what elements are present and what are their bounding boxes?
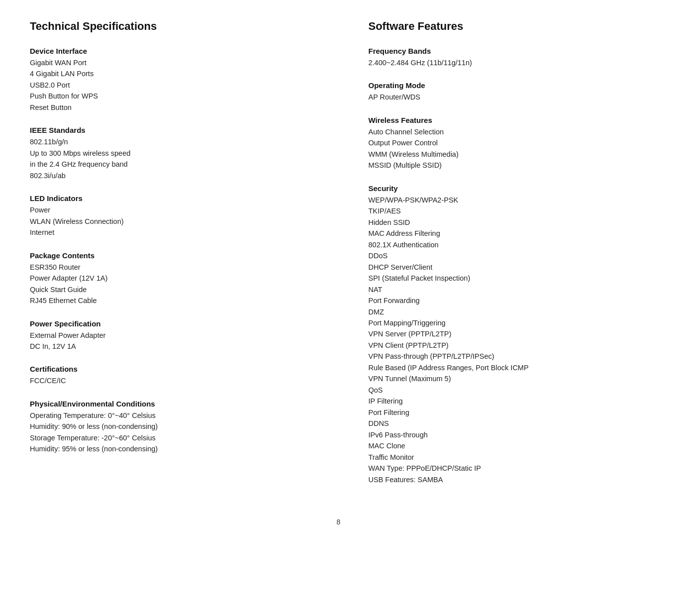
section-led-indicators: LED IndicatorsPowerWLAN (Wireless Connec… [30, 194, 309, 238]
section-line: in the 2.4 GHz frequency band [30, 159, 309, 170]
section-heading-device-interface: Device Interface [30, 47, 309, 55]
section-heading-wireless-features: Wireless Features [369, 116, 648, 124]
section-line: NAT [369, 284, 648, 295]
section-line: RJ45 Ethernet Cable [30, 295, 309, 306]
section-line: MSSID (Multiple SSID) [369, 160, 648, 171]
section-line: 802.3i/u/ab [30, 170, 309, 181]
section-content-wireless-features: Auto Channel SelectionOutput Power Contr… [369, 126, 648, 171]
section-certifications: CertificationsFCC/CE/IC [30, 365, 309, 386]
section-line: Up to 300 Mbps wireless speed [30, 148, 309, 159]
section-content-power-specification: External Power AdapterDC In, 12V 1A [30, 330, 309, 352]
section-device-interface: Device InterfaceGigabit WAN Port4 Gigabi… [30, 47, 309, 113]
left-title: Technical Specifications [30, 20, 309, 33]
section-heading-certifications: Certifications [30, 365, 309, 373]
section-line: MAC Address Filtering [369, 228, 648, 239]
section-content-frequency-bands: 2.400~2.484 GHz (11b/11g/11n) [369, 57, 648, 68]
section-security: SecurityWEP/WPA-PSK/WPA2-PSKTKIP/AESHidd… [369, 184, 648, 485]
section-line: Traffic Monitor [369, 452, 648, 463]
section-line: 802.1X Authentication [369, 239, 648, 250]
section-line: IPv6 Pass-through [369, 429, 648, 440]
section-line: USB Features: SAMBA [369, 474, 648, 485]
section-content-led-indicators: PowerWLAN (Wireless Connection)Internet [30, 205, 309, 238]
section-line: 802.11b/g/n [30, 136, 309, 147]
section-ieee-standards: IEEE Standards802.11b/g/nUp to 300 Mbps … [30, 126, 309, 181]
section-line: DDNS [369, 418, 648, 429]
section-line: MAC Clone [369, 440, 648, 451]
section-line: IP Filtering [369, 396, 648, 407]
section-line: DMZ [369, 307, 648, 317]
section-line: 2.400~2.484 GHz (11b/11g/11n) [369, 57, 648, 68]
section-line: Humidity: 95% or less (non-condensing) [30, 443, 309, 454]
section-heading-led-indicators: LED Indicators [30, 194, 309, 203]
section-heading-physical-environmental: Physical/Environmental Conditions [30, 400, 309, 408]
section-content-package-contents: ESR350 RouterPower Adapter (12V 1A)Quick… [30, 262, 309, 307]
section-frequency-bands: Frequency Bands2.400~2.484 GHz (11b/11g/… [369, 47, 648, 68]
section-heading-operating-mode: Operating Mode [369, 81, 648, 90]
section-content-physical-environmental: Operating Temperature: 0°~40° CelsiusHum… [30, 410, 309, 455]
section-line: Humidity: 90% or less (non-condensing) [30, 421, 309, 432]
section-content-certifications: FCC/CE/IC [30, 375, 309, 386]
section-line: Storage Temperature: -20°~60° Celsius [30, 432, 309, 443]
section-line: WEP/WPA-PSK/WPA2-PSK [369, 195, 648, 205]
section-package-contents: Package ContentsESR350 RouterPower Adapt… [30, 251, 309, 307]
right-sections-container: Frequency Bands2.400~2.484 GHz (11b/11g/… [369, 47, 648, 485]
section-line: VPN Pass-through (PPTP/L2TP/IPSec) [369, 351, 648, 362]
section-content-security: WEP/WPA-PSK/WPA2-PSKTKIP/AESHidden SSIDM… [369, 195, 648, 485]
section-line: DC In, 12V 1A [30, 341, 309, 352]
section-line: FCC/CE/IC [30, 375, 309, 386]
section-content-device-interface: Gigabit WAN Port4 Gigabit LAN PortsUSB2.… [30, 57, 309, 113]
section-line: SPI (Stateful Packet Inspection) [369, 273, 648, 284]
section-line: Reset Button [30, 102, 309, 113]
left-column: Technical Specifications Device Interfac… [30, 20, 339, 498]
section-line: DHCP Server/Client [369, 262, 648, 273]
section-line: VPN Server (PPTP/L2TP) [369, 328, 648, 339]
section-heading-ieee-standards: IEEE Standards [30, 126, 309, 134]
section-power-specification: Power SpecificationExternal Power Adapte… [30, 319, 309, 352]
section-line: Push Button for WPS [30, 91, 309, 102]
section-line: ESR350 Router [30, 262, 309, 273]
section-line: WLAN (Wireless Connection) [30, 216, 309, 227]
section-line: Operating Temperature: 0°~40° Celsius [30, 410, 309, 421]
section-line: VPN Tunnel (Maximum 5) [369, 373, 648, 384]
left-sections-container: Device InterfaceGigabit WAN Port4 Gigabi… [30, 47, 309, 455]
section-content-ieee-standards: 802.11b/g/nUp to 300 Mbps wireless speed… [30, 136, 309, 181]
right-title: Software Features [369, 20, 648, 33]
section-line: Internet [30, 227, 309, 238]
section-line: Port Filtering [369, 407, 648, 418]
section-content-operating-mode: AP Router/WDS [369, 92, 648, 103]
section-line: Rule Based (IP Address Ranges, Port Bloc… [369, 362, 648, 373]
section-line: Power [30, 205, 309, 215]
section-line: External Power Adapter [30, 330, 309, 341]
page-number: 8 [30, 518, 647, 526]
section-heading-package-contents: Package Contents [30, 251, 309, 260]
section-line: Port Forwarding [369, 295, 648, 306]
page-columns: Technical Specifications Device Interfac… [30, 20, 647, 498]
section-line: TKIP/AES [369, 205, 648, 216]
section-wireless-features: Wireless FeaturesAuto Channel SelectionO… [369, 116, 648, 171]
section-line: USB2.0 Port [30, 80, 309, 91]
section-line: Hidden SSID [369, 217, 648, 228]
section-line: Power Adapter (12V 1A) [30, 273, 309, 284]
section-line: VPN Client (PPTP/L2TP) [369, 340, 648, 351]
section-physical-environmental: Physical/Environmental ConditionsOperati… [30, 400, 309, 455]
section-line: AP Router/WDS [369, 92, 648, 103]
section-line: WMM (Wireless Multimedia) [369, 149, 648, 160]
section-line: 4 Gigabit LAN Ports [30, 68, 309, 79]
section-line: Output Power Control [369, 137, 648, 148]
section-line: Auto Channel Selection [369, 126, 648, 137]
section-line: Port Mapping/Triggering [369, 317, 648, 328]
section-line: QoS [369, 385, 648, 396]
section-line: DDoS [369, 250, 648, 261]
section-line: Quick Start Guide [30, 284, 309, 295]
section-heading-power-specification: Power Specification [30, 319, 309, 328]
section-heading-frequency-bands: Frequency Bands [369, 47, 648, 55]
section-line: WAN Type: PPPoE/DHCP/Static IP [369, 463, 648, 474]
section-operating-mode: Operating ModeAP Router/WDS [369, 81, 648, 103]
right-column: Software Features Frequency Bands2.400~2… [339, 20, 648, 498]
section-line: Gigabit WAN Port [30, 57, 309, 68]
section-heading-security: Security [369, 184, 648, 193]
